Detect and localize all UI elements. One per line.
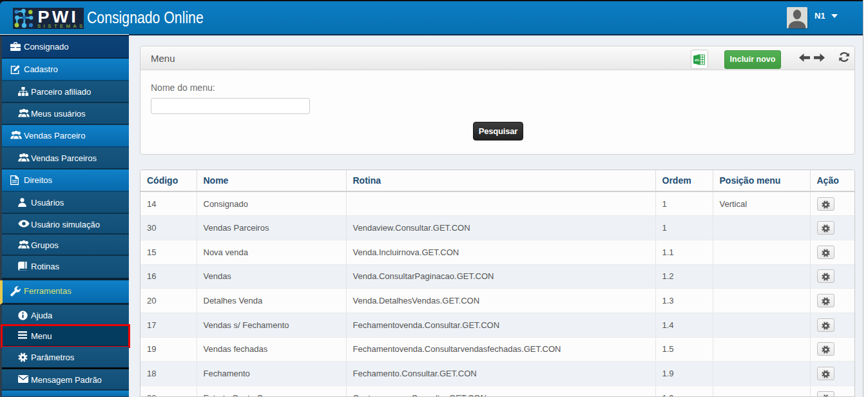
svg-text:xls: xls <box>695 58 699 62</box>
svg-text:SISTEMAS: SISTEMAS <box>37 23 84 29</box>
